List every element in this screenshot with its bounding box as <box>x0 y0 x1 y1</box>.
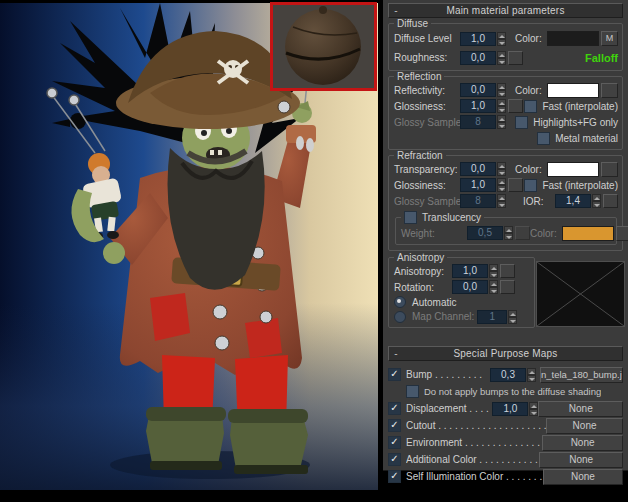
transparency-spinner[interactable] <box>497 162 506 176</box>
roughness-map-button[interactable] <box>508 51 523 65</box>
environment-label: Environment . . . . . . . . . . . . . . … <box>406 437 542 448</box>
displacement-label: Displacement . . . . <box>406 403 492 414</box>
no-diffuse-bump-checkbox[interactable] <box>406 385 419 398</box>
collapse-icon[interactable]: - <box>389 5 403 16</box>
weight-label: Weight: <box>401 228 467 239</box>
additional-color-checkbox[interactable] <box>388 453 401 466</box>
map-channel-field: 1 <box>477 310 507 324</box>
rollout-main-material-parameters[interactable]: - Main material parameters <box>388 3 623 18</box>
weight-spinner <box>504 226 513 240</box>
rotation-spinner[interactable] <box>489 280 498 294</box>
metal-material-checkbox[interactable] <box>537 132 550 145</box>
diffuse-group: Diffuse Diffuse Level 1,0 Color: M Rough… <box>388 23 623 71</box>
fast-interpolate-label: Fast (interpolate) <box>542 101 618 112</box>
map-channel-label: Map Channel: <box>412 311 474 322</box>
displacement-map-button[interactable]: None <box>538 401 623 417</box>
material-editor-panel: - Main material parameters Diffuse Diffu… <box>383 0 628 471</box>
bump-map-button[interactable]: n_tela_180_bump.jpg) <box>540 367 623 383</box>
translucency-color-label: Color: <box>530 228 562 239</box>
displacement-amount-field[interactable]: 1,0 <box>492 402 528 416</box>
anisotropy-field[interactable]: 1,0 <box>452 264 488 278</box>
refraction-glossiness-field[interactable]: 1,0 <box>460 178 496 192</box>
rotation-label: Rotation: <box>394 282 452 293</box>
cutout-checkbox[interactable] <box>388 419 401 432</box>
ior-field[interactable]: 1,4 <box>555 194 591 208</box>
additional-color-map-button[interactable]: None <box>539 452 623 468</box>
anisotropy-label: Anisotropy: <box>394 266 452 277</box>
reflection-color-swatch[interactable] <box>547 83 599 98</box>
anisotropy-spinner[interactable] <box>489 264 498 278</box>
cutout-map-button[interactable]: None <box>546 418 623 434</box>
anisotropy-preview-graph <box>537 262 624 326</box>
transparency-label: Transparency: <box>394 164 460 175</box>
material-preview[interactable] <box>270 2 377 91</box>
diffuse-level-field[interactable]: 1,0 <box>460 32 496 46</box>
highlights-fg-only-checkbox[interactable] <box>515 116 528 129</box>
additional-color-label: Additional Color . . . . . . . . . . . . <box>406 454 539 465</box>
refraction-glossiness-map-button[interactable] <box>508 178 523 192</box>
refraction-glossy-samples-label: Glossy Samples: <box>394 196 460 207</box>
ior-spinner[interactable] <box>592 194 601 208</box>
rollout-title: Main material parameters <box>403 5 608 16</box>
anisotropy-section: Anisotropy Anisotropy: 1,0 Rotation: 0,0… <box>388 257 623 339</box>
weight-map-button <box>515 226 530 240</box>
displacement-amount-spinner[interactable] <box>529 402 538 416</box>
transparency-field[interactable]: 0,0 <box>460 162 496 176</box>
ior-map-button[interactable] <box>603 194 618 208</box>
reflectivity-label: Reflectivity: <box>394 85 460 96</box>
refraction-group-label: Refraction <box>394 150 446 161</box>
map-channel-spinner <box>508 310 517 324</box>
diffuse-group-label: Diffuse <box>394 18 431 29</box>
rotation-map-button[interactable] <box>500 280 515 294</box>
refraction-glossiness-label: Glossiness: <box>394 180 460 191</box>
refraction-fast-interpolate-label: Fast (interpolate) <box>542 180 618 191</box>
translucency-checkbox[interactable] <box>404 211 417 224</box>
bump-amount-field[interactable]: 0,3 <box>490 368 526 382</box>
diffuse-level-spinner[interactable] <box>497 32 506 46</box>
reflection-glossiness-field[interactable]: 1,0 <box>460 99 496 113</box>
refraction-glossy-samples-spinner <box>497 194 506 208</box>
anisotropy-group-label: Anisotropy <box>394 252 447 263</box>
displacement-checkbox[interactable] <box>388 402 401 415</box>
refraction-color-swatch[interactable] <box>547 162 599 177</box>
environment-map-button[interactable]: None <box>542 435 623 451</box>
reflection-glossiness-label: Glossiness: <box>394 101 460 112</box>
automatic-radio[interactable] <box>394 296 406 308</box>
bump-amount-spinner[interactable] <box>527 368 536 382</box>
reflectivity-field[interactable]: 0,0 <box>460 83 496 97</box>
diffuse-map-button[interactable]: M <box>601 31 618 46</box>
anisotropy-map-button[interactable] <box>500 264 515 278</box>
reflection-color-label: Color: <box>515 85 547 96</box>
collapse-icon[interactable]: - <box>389 348 403 359</box>
translucency-color-map-button <box>616 226 628 241</box>
diffuse-color-swatch[interactable] <box>547 31 599 46</box>
self-illumination-checkbox[interactable] <box>388 470 401 483</box>
reflection-group-label: Reflection <box>394 71 444 82</box>
falloff-label: Falloff <box>585 52 618 64</box>
refraction-color-map-button[interactable] <box>601 162 618 177</box>
environment-checkbox[interactable] <box>388 436 401 449</box>
cutout-label: Cutout . . . . . . . . . . . . . . . . .… <box>406 420 546 431</box>
roughness-spinner[interactable] <box>497 51 506 65</box>
translucency-group: Translucency Weight: 0,5 Color: <box>395 217 617 245</box>
roughness-field[interactable]: 0,0 <box>460 51 496 65</box>
refraction-fast-interpolate-checkbox[interactable] <box>524 179 537 192</box>
rollout-title: Special Purpose Maps <box>403 348 608 359</box>
reflection-color-map-button[interactable] <box>601 83 618 98</box>
map-channel-radio[interactable] <box>394 311 406 323</box>
reflectivity-spinner[interactable] <box>497 83 506 97</box>
fast-interpolate-checkbox[interactable] <box>524 100 537 113</box>
refraction-glossy-samples-field: 8 <box>460 194 496 208</box>
refraction-group: Refraction Transparency: 0,0 Color: Glos… <box>388 155 623 251</box>
reflection-glossiness-map-button[interactable] <box>508 99 523 113</box>
diffuse-color-label: Color: <box>515 33 547 44</box>
self-illumination-map-button[interactable]: None <box>543 469 623 485</box>
reflection-glossiness-spinner[interactable] <box>497 99 506 113</box>
refraction-glossiness-spinner[interactable] <box>497 178 506 192</box>
highlights-fg-only-label: Highlights+FG only <box>533 117 618 128</box>
translucency-color-swatch[interactable] <box>562 226 614 241</box>
rotation-field[interactable]: 0,0 <box>452 280 488 294</box>
diffuse-level-label: Diffuse Level <box>394 33 460 44</box>
rollout-special-purpose-maps[interactable]: - Special Purpose Maps <box>388 346 623 361</box>
bump-checkbox[interactable] <box>388 368 401 381</box>
